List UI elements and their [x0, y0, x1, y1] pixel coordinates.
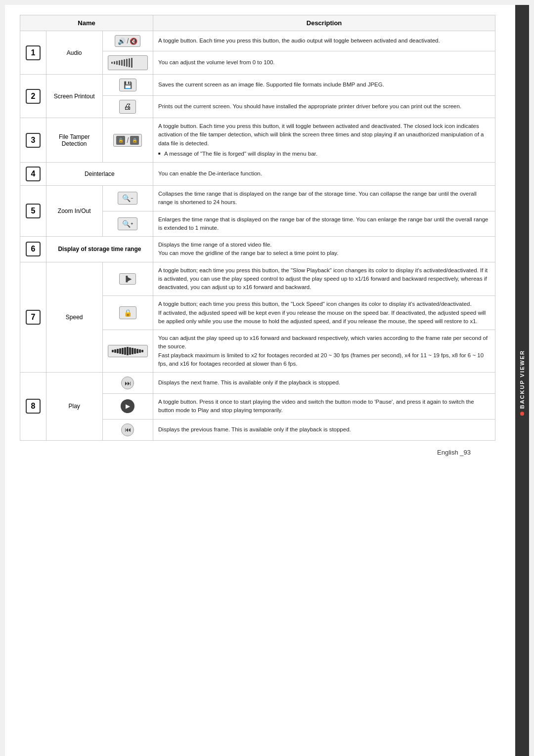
table-row: 8 Play ⏭ Displays the next frame. This i… [20, 373, 495, 394]
desc-storage-range: Displays the time range of a stored vide… [153, 237, 495, 262]
vol-bar-9 [131, 58, 133, 68]
row-label-7: Speed [46, 262, 102, 373]
side-tab: BACKUP VIEWER [515, 5, 529, 756]
desc-zoom-in: Enlarges the time range that is displaye… [153, 211, 495, 237]
row-label-1: Audio [46, 31, 102, 75]
table-row: 4 Deinterlace You can enable the De-inte… [20, 163, 495, 186]
desc-prev-frame: Displays the previous frame. This is ava… [153, 419, 495, 440]
prev-frame-icon: ⏮ [121, 423, 134, 436]
vol-bar-4 [119, 60, 120, 65]
num-box-4: 4 [26, 167, 41, 181]
table-row: 2 Screen Printout 💾 Saves the current sc… [20, 75, 495, 96]
row-label-3: File TamperDetection [46, 118, 102, 163]
side-tab-text: BACKUP VIEWER [519, 350, 525, 416]
icon-prev-frame: ⏮ [102, 419, 153, 440]
num-box-3: 3 [26, 133, 41, 148]
icon-slow-play: ▐▶ [102, 262, 153, 296]
tamper-bullet: A message of "The file is forged" will d… [158, 150, 490, 158]
slow-bars: ▐▶ [124, 276, 132, 282]
table-row: 1 Audio 🔊 / 🔇 A toggle button. Each time… [20, 31, 495, 51]
desc-slow-play: A toggle button; each time you press thi… [153, 262, 495, 296]
zoom-in-icon: 🔍+ [118, 217, 137, 230]
icon-zoom-in: 🔍+ [102, 211, 153, 237]
table-row: 5 Zoom In/Out 🔍− Collapses the time rang… [20, 186, 495, 211]
row-num-7: 7 [20, 262, 46, 373]
row-num-6: 6 [20, 237, 46, 262]
side-tab-label: BACKUP VIEWER [519, 350, 525, 409]
icon-lock-speed: 🔒 [102, 296, 153, 330]
mute-icon: 🔇 [130, 38, 137, 45]
desc-deinterlace: You can enable the De-interlace function… [153, 163, 495, 186]
desc-play: A toggle button. Press it once to start … [153, 394, 495, 420]
table-row: 3 File TamperDetection 🔓 / 🔒 A toggle bu… [20, 118, 495, 163]
num-box-5: 5 [26, 204, 41, 218]
vol-bar-8 [129, 58, 130, 67]
row-num-5: 5 [20, 186, 46, 237]
slow-play-icon: ▐▶ [119, 273, 136, 285]
desc-printer: Prints out the current screen. You shoul… [153, 96, 495, 118]
icon-printer: 🖨 [102, 96, 153, 118]
num-box-8: 8 [26, 399, 41, 414]
screen-save-icon: 💾 [119, 79, 136, 91]
icon-audio-toggle: 🔊 / 🔇 [102, 31, 153, 51]
col-name-header: Name [20, 15, 153, 31]
icon-screen-save: 💾 [102, 75, 153, 96]
lock-closed-icon: 🔒 [130, 136, 139, 145]
icon-tamper: 🔓 / 🔒 [102, 118, 153, 163]
vol-bar-7 [126, 59, 128, 67]
num-box-2: 2 [26, 89, 41, 104]
row-num-3: 3 [20, 118, 46, 163]
icon-speed-bar [102, 330, 153, 373]
vol-bar-2 [114, 61, 115, 64]
num-box-7: 7 [26, 310, 41, 325]
speed-bar-icon [108, 345, 148, 357]
num-box-1: 1 [26, 45, 41, 60]
icon-play: ▶ [102, 394, 153, 420]
desc-lock-speed: A toggle button; each time you press thi… [153, 296, 495, 330]
main-content: Name Description 1 Audio 🔊 / 🔇 [5, 5, 515, 756]
desc-speed-bar: You can adjust the play speed up to x16 … [153, 330, 495, 373]
audio-toggle-icon: 🔊 / 🔇 [115, 35, 140, 47]
table-row: 7 Speed ▐▶ A toggle button; each time yo… [20, 262, 495, 296]
desc-next-frame: Displays the next frame. This is availab… [153, 373, 495, 394]
tamper-icon: 🔓 / 🔒 [113, 134, 142, 147]
volume-slider-icon [108, 55, 148, 70]
desc-tamper: A toggle button. Each time you press thi… [153, 118, 495, 163]
page-footer: English _93 [437, 449, 471, 456]
side-dot [520, 412, 524, 416]
vol-bar-3 [116, 61, 118, 65]
row-label-8: Play [46, 373, 102, 441]
lock-open-icon: 🔓 [116, 136, 125, 145]
doc-table: Name Description 1 Audio 🔊 / 🔇 [20, 15, 495, 441]
zoom-out-icon: 🔍− [118, 192, 137, 205]
col-desc-header: Description [153, 15, 495, 31]
speaker-icon: 🔊 [118, 38, 126, 45]
desc-zoom-out: Collapses the time range that is display… [153, 186, 495, 211]
table-row: 6 Display of storage time range Displays… [20, 237, 495, 262]
row-label-6: Display of storage time range [46, 237, 153, 262]
vol-bar-1 [111, 62, 113, 64]
num-box-6: 6 [26, 242, 41, 256]
desc-volume: You can adjust the volume level from 0 t… [153, 51, 495, 75]
desc-audio-toggle: A toggle button. Each time you press thi… [153, 31, 495, 51]
save-icon: 💾 [124, 81, 132, 89]
row-label-2: Screen Printout [46, 75, 102, 118]
icon-next-frame: ⏭ [102, 373, 153, 394]
row-num-2: 2 [20, 75, 46, 118]
row-label-5: Zoom In/Out [46, 186, 102, 237]
vol-bar-6 [124, 59, 125, 66]
play-icon: ▶ [121, 399, 134, 413]
next-frame-icon: ⏭ [121, 377, 134, 389]
desc-screen-save: Saves the current screen as an image fil… [153, 75, 495, 96]
printer-icon: 🖨 [119, 100, 136, 114]
row-num-8: 8 [20, 373, 46, 441]
row-num-1: 1 [20, 31, 46, 75]
lock-speed-icon: 🔒 [119, 306, 136, 319]
footer-bar: English _93 [20, 441, 495, 461]
page-wrapper: BACKUP VIEWER Name Description 1 Audio [5, 5, 529, 756]
icon-volume-slider [102, 51, 153, 75]
icon-zoom-out: 🔍− [102, 186, 153, 211]
row-num-4: 4 [20, 163, 46, 186]
vol-bar-5 [121, 60, 123, 66]
row-label-4: Deinterlace [46, 163, 153, 186]
